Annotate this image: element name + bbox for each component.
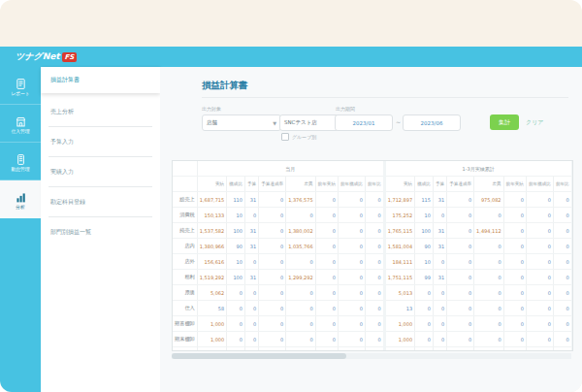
cell: 150,133 (197, 208, 226, 223)
cell: 0 (526, 332, 553, 347)
target-select[interactable]: 店舗 ▼ (202, 114, 281, 131)
rail-item-3[interactable]: 勤怠管理 (0, 143, 41, 180)
cell: 10 (227, 254, 245, 270)
pl-table-container[interactable]: 当月1-3月実績累計累計実績構成比予算予算達成率差異前年実績前年構成比前年比実績… (172, 160, 573, 351)
column-header: 予算 (244, 177, 258, 192)
cell: 0 (315, 347, 338, 352)
cell: 0 (315, 223, 338, 239)
sidebar-item-5[interactable]: 勘定科目登録 (41, 187, 160, 217)
cell: 31 (244, 223, 258, 239)
cell: 1,687,715 (197, 192, 226, 208)
cell: 0 (526, 208, 553, 223)
cell: 0 (553, 332, 572, 347)
period-to-input[interactable]: 2023/06 (403, 114, 461, 131)
sidebar-item-4[interactable]: 実績入力 (41, 157, 160, 187)
sidebar-item-label: 売上分析 (50, 108, 74, 116)
table-row: 人件費1,987,7681160000003,970,7272210000003… (173, 347, 573, 352)
cell: 90 (415, 239, 434, 254)
cell: 0 (474, 347, 503, 352)
cell: 0 (503, 223, 526, 239)
cell: 0 (474, 301, 503, 316)
group-header: 1-3月実績累計 (384, 161, 572, 177)
sidebar-item-2[interactable]: 売上分析 (41, 97, 160, 127)
row-label: 店外 (173, 254, 197, 270)
period-from-input[interactable]: 2023/01 (335, 114, 393, 131)
cell: 0 (553, 316, 572, 332)
cell: 0 (227, 332, 245, 347)
cell: 1,035,766 (286, 239, 315, 254)
aggregate-button[interactable]: 集計 (490, 114, 519, 130)
cell: 1,000 (197, 332, 226, 347)
column-header: 構成比 (415, 177, 434, 192)
scrollbar-thumb[interactable] (172, 353, 346, 359)
cell: 0 (433, 285, 446, 301)
title-divider (202, 97, 568, 98)
cell: 0 (259, 332, 286, 347)
cell: 100 (227, 223, 245, 239)
clear-link[interactable]: クリア (526, 118, 543, 127)
cell: 31 (433, 192, 446, 208)
cell: 1,765,115 (572, 223, 573, 239)
column-header: 前年実績 (315, 177, 338, 192)
cell: 0 (338, 332, 365, 347)
sidebar-item-label: 勘定科目登録 (50, 198, 85, 207)
group-checkbox-label: グループ別 (292, 134, 316, 140)
cell: 175,252 (384, 208, 414, 223)
cell: 0 (503, 285, 526, 301)
cell: 0 (227, 316, 245, 332)
cell: 0 (227, 301, 245, 316)
cell: 156,616 (197, 254, 226, 270)
rail-item-4[interactable]: 分析 (0, 180, 41, 218)
group-checkbox-row[interactable]: グループ別 (281, 133, 316, 141)
group-header: 当月 (197, 161, 384, 177)
cell: 0 (286, 285, 315, 301)
group-checkbox[interactable] (281, 133, 289, 141)
row-label: 人件費 (173, 347, 197, 352)
cell: 0 (338, 223, 365, 239)
rail-item-2[interactable]: 仕入管理 (0, 105, 41, 143)
cell: 0 (365, 254, 384, 270)
table-row: 店内1,380,966903101,035,7660001,581,004903… (173, 239, 573, 254)
cell: 0 (503, 316, 526, 332)
cell: 1,771,115 (572, 270, 573, 285)
cell: 0 (338, 254, 365, 270)
cell: 0 (244, 254, 258, 270)
table-row: 期首棚卸1,00000000001,00000000001,000 (173, 316, 573, 332)
cell: 0 (447, 347, 474, 352)
cell: 0 (259, 285, 286, 301)
cell: 0 (503, 270, 526, 285)
cell: 0 (415, 332, 434, 347)
column-header: 構成比 (227, 177, 245, 192)
cell: 975,082 (474, 192, 503, 208)
cell: 0 (338, 270, 365, 285)
cell: 0 (259, 254, 286, 270)
cell: 110 (227, 192, 245, 208)
cell: 0 (526, 254, 553, 270)
cell: 0 (553, 347, 572, 352)
cell: 0 (503, 301, 526, 316)
table-row: 総売上1,687,7151103101,376,5750001,712,8971… (173, 192, 573, 208)
sidebar-item-6[interactable]: 部門別損益一覧 (41, 217, 160, 247)
sidebar-item-label: 部門別損益一覧 (50, 228, 91, 237)
cell: 0 (315, 254, 338, 270)
cell: 0 (315, 192, 338, 208)
sidebar-item-3[interactable]: 予算入力 (41, 127, 160, 157)
row-label: 原価 (173, 285, 197, 301)
rail-item-1[interactable]: レポート (0, 67, 41, 105)
cell: 0 (503, 208, 526, 223)
cell: 0 (365, 347, 384, 352)
report-menu-sidebar: 損益計算書売上分析予算入力実績入力勘定科目登録部門別損益一覧 (41, 67, 160, 392)
cell: 0 (553, 239, 572, 254)
cell: 115 (415, 192, 434, 208)
column-header: 差異 (474, 177, 503, 192)
group-header-row: 当月1-3月実績累計累計 (173, 161, 573, 177)
cell: 0 (415, 301, 434, 316)
app-logo[interactable]: ツナグNet FS (16, 50, 77, 63)
cell: 0 (415, 285, 434, 301)
column-header: 実績 (384, 177, 414, 192)
cell: 0 (286, 332, 315, 347)
horizontal-scrollbar[interactable] (172, 353, 571, 359)
cell: 1,494,112 (474, 223, 503, 239)
sidebar-item-1[interactable]: 損益計算書 (41, 67, 160, 93)
cell: 0 (244, 332, 258, 347)
